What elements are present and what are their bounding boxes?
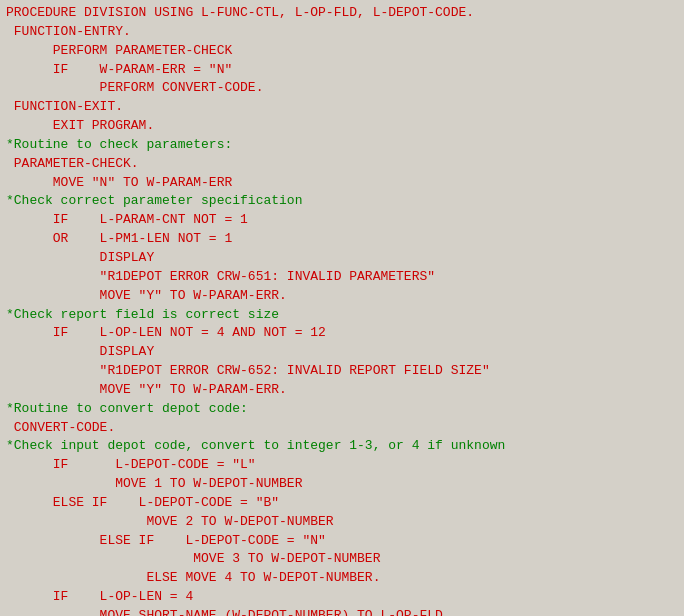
code-line: CONVERT-CODE. (6, 419, 678, 438)
code-line: IF L-OP-LEN NOT = 4 AND NOT = 12 (6, 324, 678, 343)
code-line: MOVE "Y" TO W-PARAM-ERR. (6, 287, 678, 306)
code-line: PARAMETER-CHECK. (6, 155, 678, 174)
code-line: MOVE "Y" TO W-PARAM-ERR. (6, 381, 678, 400)
code-line: EXIT PROGRAM. (6, 117, 678, 136)
code-line: MOVE 2 TO W-DEPOT-NUMBER (6, 513, 678, 532)
code-line: *Routine to check parameters: (6, 136, 678, 155)
code-line: IF L-DEPOT-CODE = "L" (6, 456, 678, 475)
code-line: *Check report field is correct size (6, 306, 678, 325)
code-line: ELSE IF L-DEPOT-CODE = "N" (6, 532, 678, 551)
code-line: IF L-OP-LEN = 4 (6, 588, 678, 607)
code-line: "R1DEPOT ERROR CRW-651: INVALID PARAMETE… (6, 268, 678, 287)
code-line: MOVE SHORT-NAME (W-DEPOT-NUMBER) TO L-OP… (6, 607, 678, 616)
code-line: PROCEDURE DIVISION USING L-FUNC-CTL, L-O… (6, 4, 678, 23)
code-line: PERFORM PARAMETER-CHECK (6, 42, 678, 61)
code-line: ELSE MOVE 4 TO W-DEPOT-NUMBER. (6, 569, 678, 588)
code-line: IF W-PARAM-ERR = "N" (6, 61, 678, 80)
code-line: OR L-PM1-LEN NOT = 1 (6, 230, 678, 249)
code-line: IF L-PARAM-CNT NOT = 1 (6, 211, 678, 230)
code-line: FUNCTION-EXIT. (6, 98, 678, 117)
code-line: DISPLAY (6, 249, 678, 268)
code-line: PERFORM CONVERT-CODE. (6, 79, 678, 98)
code-line: *Check input depot code, convert to inte… (6, 437, 678, 456)
code-line: MOVE "N" TO W-PARAM-ERR (6, 174, 678, 193)
code-line: DISPLAY (6, 343, 678, 362)
code-line: MOVE 3 TO W-DEPOT-NUMBER (6, 550, 678, 569)
code-editor: PROCEDURE DIVISION USING L-FUNC-CTL, L-O… (0, 0, 684, 616)
code-line: MOVE 1 TO W-DEPOT-NUMBER (6, 475, 678, 494)
code-line: "R1DEPOT ERROR CRW-652: INVALID REPORT F… (6, 362, 678, 381)
code-line: ELSE IF L-DEPOT-CODE = "B" (6, 494, 678, 513)
code-line: *Check correct parameter specification (6, 192, 678, 211)
code-line: FUNCTION-ENTRY. (6, 23, 678, 42)
code-line: *Routine to convert depot code: (6, 400, 678, 419)
